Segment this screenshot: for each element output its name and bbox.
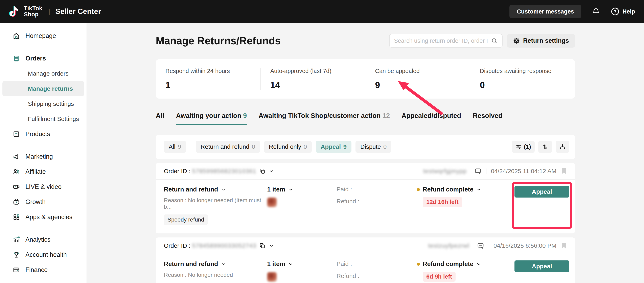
stat-disputes-awaiting: Disputes awaiting response 0: [470, 68, 575, 90]
chevron-down-icon[interactable]: [288, 187, 293, 192]
product-thumbnail-blurred[interactable]: [267, 272, 277, 282]
chip-dispute[interactable]: Dispute0: [356, 141, 392, 153]
return-request-date: 04/16/2025 6:56:00 PM: [494, 242, 556, 249]
chevron-down-icon[interactable]: [221, 262, 226, 267]
notifications-button[interactable]: [592, 7, 600, 16]
tab-awaiting-your-action[interactable]: Awaiting your action9: [176, 112, 247, 120]
chevron-down-icon[interactable]: [269, 169, 274, 174]
sidebar-item-shipping-settings[interactable]: Shipping settings: [2, 96, 84, 111]
sort-button[interactable]: [538, 141, 552, 153]
export-button[interactable]: [556, 141, 569, 153]
customer-messages-button[interactable]: Customer messages: [510, 5, 581, 18]
order-id-value-blurred: 578599856823010361: [192, 168, 256, 175]
sidebar-item-apps-agencies[interactable]: Apps & agencies: [0, 209, 86, 225]
svg-text:?: ?: [614, 9, 616, 14]
tab-awaiting-tiktok-customer-action[interactable]: Awaiting TikTok Shop/customer action12: [258, 112, 390, 120]
search-input[interactable]: [394, 37, 491, 44]
copy-icon[interactable]: [260, 243, 266, 249]
paid-label: Paid :: [336, 186, 417, 193]
sidebar-item-finance[interactable]: Finance: [0, 262, 86, 277]
return-settings-button[interactable]: Return settings: [507, 34, 575, 47]
item-count: 1 item: [267, 186, 285, 193]
chip-return-and-refund[interactable]: Return and refund0: [196, 141, 260, 153]
paid-label: Paid :: [336, 261, 417, 267]
chevron-down-icon[interactable]: [476, 187, 482, 192]
brand-separator: |: [48, 8, 50, 15]
top-bar: TikTok Shop | Seller Center Customer mes…: [0, 0, 644, 23]
status-dot: [417, 188, 420, 191]
status-dot: [417, 263, 420, 266]
trophy-icon: [12, 251, 20, 259]
sidebar-item-products[interactable]: Products: [0, 126, 86, 141]
sidebar-item-account-health[interactable]: Account health: [0, 247, 86, 262]
sidebar-item-homepage[interactable]: Homepage: [0, 28, 86, 43]
appeal-button[interactable]: Appeal: [514, 186, 569, 198]
products-box-icon: [12, 130, 20, 138]
filter-button[interactable]: (1): [512, 141, 535, 153]
chip-refund-only[interactable]: Refund only0: [264, 141, 312, 153]
return-order-card: Order ID : 578599856823010361 testwqrfgj…: [156, 163, 575, 233]
sidebar-item-analytics[interactable]: Analytics: [0, 232, 86, 247]
chevron-down-icon[interactable]: [221, 187, 226, 192]
sort-arrows-icon: [542, 144, 548, 150]
search-box: [389, 34, 502, 47]
search-icon[interactable]: [491, 37, 498, 44]
sidebar-item-orders[interactable]: Orders: [0, 51, 86, 66]
order-id-label: Order ID :: [164, 242, 190, 249]
copy-icon[interactable]: [260, 168, 266, 174]
orders-clipboard-icon: [12, 55, 20, 62]
help-button[interactable]: ? Help: [611, 7, 635, 16]
sidebar-item-manage-orders[interactable]: Manage orders: [2, 66, 84, 81]
sidebar-item-growth[interactable]: Growth: [0, 194, 86, 209]
chat-icon[interactable]: [474, 168, 482, 175]
order-id-label: Order ID :: [164, 168, 190, 175]
sidebar-divider: [0, 47, 86, 47]
people-icon: [12, 168, 20, 176]
tiktok-shop-logo[interactable]: TikTok Shop: [9, 5, 42, 18]
sidebar-label: LIVE & video: [26, 183, 62, 191]
home-icon: [12, 32, 20, 40]
return-type: Return and refund: [164, 186, 218, 193]
chevron-down-icon[interactable]: [288, 262, 293, 267]
order-body: Return and refund Reason : No longer nee…: [156, 180, 575, 233]
brand-wordmark: TikTok Shop: [24, 5, 42, 17]
appeal-button-wrap: Appeal: [514, 261, 569, 283]
bookmark-icon[interactable]: [561, 242, 567, 249]
chevron-down-icon[interactable]: [269, 243, 274, 248]
chat-icon[interactable]: [477, 242, 484, 249]
sidebar-item-marketing[interactable]: Marketing: [0, 149, 86, 164]
sidebar-item-affiliate[interactable]: Affiliate: [0, 164, 86, 179]
page-title: Manage Returns/Refunds: [156, 35, 281, 47]
chip-all[interactable]: All9: [164, 141, 186, 153]
sidebar-item-live-video[interactable]: LIVE & video: [0, 179, 86, 194]
download-icon: [559, 144, 566, 150]
tab-appealed-disputed[interactable]: Appealed/disputed: [402, 112, 461, 120]
sidebar-label: Orders: [26, 55, 46, 62]
returns-stats-card: Respond within 24 hours 1 Auto-approved …: [156, 59, 575, 99]
chevron-down-icon[interactable]: [476, 262, 482, 267]
tab-all[interactable]: All: [156, 112, 164, 120]
sidebar-label: Marketing: [26, 153, 53, 160]
bookmark-icon[interactable]: [561, 168, 567, 175]
sidebar-item-fulfillment-settings[interactable]: Fulfillment Settings: [2, 111, 84, 126]
sidebar-item-manage-returns[interactable]: Manage returns: [2, 81, 84, 96]
return-reason: Reason : No longer needed (Item must b..…: [164, 197, 267, 210]
chip-appeal[interactable]: Appeal9: [316, 141, 352, 153]
status-tabs: All Awaiting your action9 Awaiting TikTo…: [156, 112, 575, 125]
buyer-username-blurred: testzuyfpezrwl: [428, 242, 469, 249]
stat-auto-approved: Auto-approved (last 7d) 14: [261, 68, 366, 90]
sidebar-label: Analytics: [26, 236, 50, 243]
tab-resolved[interactable]: Resolved: [473, 112, 502, 120]
appeal-button[interactable]: Appeal: [514, 261, 569, 272]
product-thumbnail-blurred[interactable]: [267, 198, 277, 207]
seller-center-page: TikTok Shop | Seller Center Customer mes…: [0, 0, 644, 283]
growth-tv-icon: [12, 198, 20, 206]
video-camera-icon: [12, 183, 20, 191]
tiktok-note-icon: [9, 5, 20, 18]
analytics-chart-icon: [12, 236, 20, 244]
return-status: Refund complete: [423, 261, 473, 268]
refund-label: Refund :: [336, 198, 417, 205]
return-settings-label: Return settings: [523, 37, 569, 44]
return-request-date: 04/24/2025 11:04:12 AM: [491, 168, 556, 175]
order-body: Return and refund Reason : No longer nee…: [156, 254, 575, 283]
